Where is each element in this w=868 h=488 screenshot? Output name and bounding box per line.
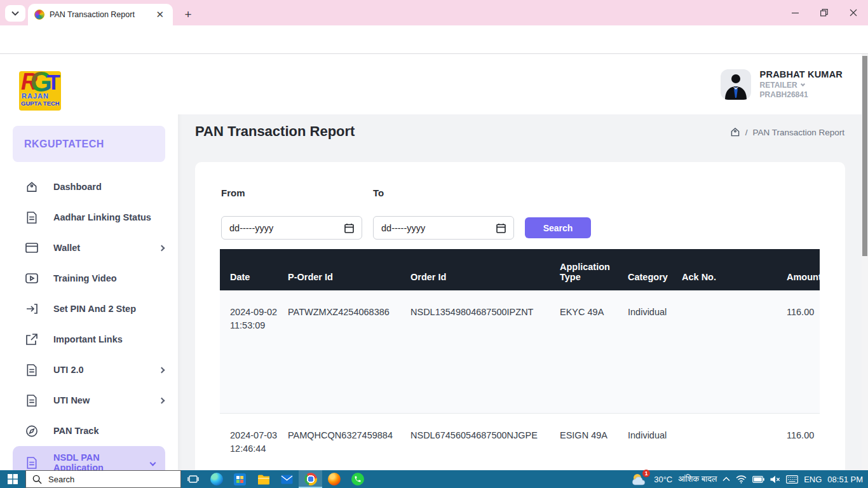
user-id: PRABH26841: [760, 90, 843, 99]
login-icon: [25, 303, 38, 315]
sidebar-item-aadhar-linking-status[interactable]: Aadhar Linking Status: [0, 202, 178, 233]
sidebar-item-important-links[interactable]: Important Links: [0, 324, 178, 355]
sidebar-menu: Dashboard Aadhar Linking Status Wallet T…: [0, 172, 178, 470]
weather-description[interactable]: आंशिक बादल: [678, 474, 717, 484]
breadcrumb-current: PAN Transaction Report: [752, 128, 844, 137]
taskbar-app-edge[interactable]: [205, 470, 228, 488]
browser-titlebar: PAN Transaction Report ✕ +: [0, 0, 868, 25]
tray-expand-icon[interactable]: [722, 477, 730, 482]
new-tab-button[interactable]: +: [179, 6, 197, 24]
start-button[interactable]: [0, 470, 25, 488]
firefox-icon: [328, 473, 341, 485]
chevron-down-icon: [11, 11, 19, 16]
user-role[interactable]: RETAILER: [760, 81, 843, 90]
battery-icon[interactable]: [752, 476, 764, 483]
taskbar-app-explorer[interactable]: [252, 470, 275, 488]
search-button[interactable]: Search: [525, 217, 591, 238]
report-card: From To dd-----yyyy dd-----yyyy Search D…: [195, 162, 845, 470]
taskbar-search-box[interactable]: Search: [25, 470, 181, 488]
restore-button[interactable]: [810, 0, 839, 25]
tab-close-icon[interactable]: ✕: [153, 9, 166, 20]
cell-application-type: EKYC 49A: [559, 290, 627, 413]
breadcrumb: / PAN Transaction Report: [730, 127, 844, 137]
clock[interactable]: 08:51 PM: [827, 475, 863, 484]
table-row: 2024-09-02 11:53:09 PATWZMXZ4254068386 N…: [220, 290, 820, 413]
transactions-table: Date P-Order Id Order Id Application Typ…: [220, 249, 820, 470]
task-view-button[interactable]: [181, 470, 205, 488]
close-window-button[interactable]: [839, 0, 868, 25]
home-icon[interactable]: [730, 127, 740, 137]
company-logo[interactable]: R G T RAJAN GUPTA TECH: [19, 71, 61, 111]
page-scrollbar[interactable]: [862, 54, 868, 470]
sidebar-item-dashboard[interactable]: Dashboard: [0, 172, 178, 202]
browser-toolbar: rknsdl.onlinepsa.com/dashboard/pan-trans…: [0, 25, 868, 54]
tab-search-button[interactable]: [5, 5, 25, 22]
chevron-right-icon: [159, 397, 165, 403]
compass-icon: [25, 425, 38, 437]
col-date: Date: [220, 249, 287, 290]
sidebar: R G T RAJAN GUPTA TECH RKGUPTATECH Dashb…: [0, 54, 178, 470]
volume-muted-icon[interactable]: [770, 475, 780, 484]
document-icon: [25, 457, 38, 469]
cell-category: Individual: [627, 413, 681, 470]
table-row: 2024-07-03 12:46:44 PAMQHCQN6327459884 N…: [220, 413, 820, 470]
cell-date: 2024-09-02 11:53:09: [220, 290, 287, 413]
logo-line2: GUPTA TECH: [21, 100, 60, 107]
system-tray: 1 30°C आंशिक बादल ENG 08:51 PM: [632, 470, 868, 488]
calendar-icon[interactable]: [496, 223, 506, 233]
weather-badge: 1: [642, 470, 650, 477]
topbar: PRABHAT KUMAR RETAILER PRABH26841: [178, 54, 862, 114]
sidebar-item-pan-track[interactable]: PAN Track: [0, 416, 178, 446]
from-label: From: [221, 187, 245, 198]
breadcrumb-separator: /: [745, 128, 748, 137]
taskbar-app-mail[interactable]: [275, 470, 299, 488]
weather-widget[interactable]: 1: [632, 472, 648, 486]
to-label: To: [373, 187, 384, 198]
weather-temperature[interactable]: 30°C: [654, 475, 672, 484]
cell-amount: 116.00: [785, 290, 820, 413]
sidebar-item-training-video[interactable]: Training Video: [0, 263, 178, 294]
page-title: PAN Transaction Report: [195, 123, 355, 140]
main-content: PAN Transaction Report / PAN Transaction…: [178, 114, 862, 470]
video-icon: [25, 273, 38, 283]
sidebar-item-uti-new[interactable]: UTI New: [0, 385, 178, 416]
document-icon: [25, 212, 38, 224]
cell-p-order-id: PAMQHCQN6327459884: [287, 413, 409, 470]
sidebar-item-wallet[interactable]: Wallet: [0, 233, 178, 263]
logo-letter-t: T: [47, 71, 60, 95]
cell-amount: 116.00: [785, 413, 820, 470]
wallet-icon: [25, 243, 38, 253]
to-date-input[interactable]: dd-----yyyy: [373, 216, 514, 240]
taskbar-search-placeholder: Search: [48, 475, 74, 484]
taskbar-app-whatsapp[interactable]: [346, 470, 369, 488]
transactions-table-wrap: Date P-Order Id Order Id Application Typ…: [220, 249, 820, 470]
sidebar-item-set-pin[interactable]: Set PIN And 2 Step: [0, 294, 178, 324]
cell-category: Individual: [627, 290, 681, 413]
search-icon: [32, 475, 42, 484]
from-date-input[interactable]: dd-----yyyy: [221, 216, 362, 240]
browser-tab[interactable]: PAN Transaction Report ✕: [28, 4, 173, 25]
user-menu[interactable]: PRABHAT KUMAR RETAILER PRABH26841: [721, 69, 843, 100]
col-ack-no: Ack No.: [681, 249, 785, 290]
document-icon: [25, 364, 38, 376]
taskbar-app-store[interactable]: [228, 470, 252, 488]
minimize-button[interactable]: [780, 0, 810, 25]
scrollbar-thumb[interactable]: [862, 56, 867, 256]
wifi-icon[interactable]: [736, 475, 747, 484]
user-avatar[interactable]: [721, 69, 751, 100]
language-indicator[interactable]: ENG: [804, 475, 822, 484]
col-category: Category: [627, 249, 681, 290]
sidebar-item-nsdl-pan-application[interactable]: NSDL PAN Application: [13, 446, 165, 470]
cell-order-id: NSDL13549804687500IPZNT: [409, 290, 559, 413]
taskbar-app-chrome[interactable]: [299, 470, 322, 488]
touch-keyboard-icon[interactable]: [786, 475, 798, 484]
document-icon: [25, 395, 38, 407]
taskbar-app-firefox[interactable]: [322, 470, 346, 488]
sidebar-item-uti-20[interactable]: UTI 2.0: [0, 355, 178, 385]
user-name: PRABHAT KUMAR: [760, 69, 843, 79]
file-explorer-icon: [257, 474, 270, 485]
col-p-order-id: P-Order Id: [287, 249, 409, 290]
col-amount: Amount: [785, 249, 820, 290]
brand-name: RKGUPTATECH: [24, 139, 104, 150]
calendar-icon[interactable]: [344, 223, 354, 233]
